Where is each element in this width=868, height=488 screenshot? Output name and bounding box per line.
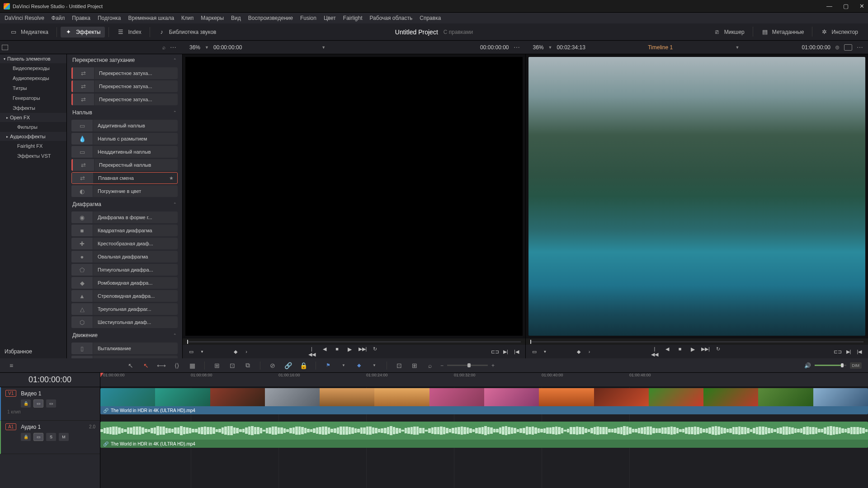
track-badge[interactable]: V1 — [5, 390, 16, 397]
fx-item[interactable]: ⬡Шестиугольная диаф... — [71, 316, 178, 328]
openfx-header[interactable]: ▸Open FX — [0, 113, 66, 122]
fx-item[interactable]: ■Квадратная диафрагма — [71, 225, 178, 236]
match-frame-icon[interactable]: ◆ — [231, 349, 240, 355]
speaker-icon[interactable]: 🔊 — [804, 362, 811, 369]
media-pool-toggle[interactable]: ▭Медиатека — [5, 27, 53, 38]
fx-item[interactable]: ⇄Перекрестное затуха... — [71, 94, 178, 105]
disable-track-icon[interactable]: ▭ — [46, 399, 56, 408]
fx-item[interactable]: 💧Наплыв с размытием — [71, 133, 178, 145]
bypass-icon[interactable]: ⊚ — [835, 44, 840, 51]
zoom-custom-icon[interactable]: ⌕ — [425, 362, 435, 369]
first-frame-icon[interactable]: |◀◀ — [651, 346, 659, 357]
first-frame-icon[interactable]: |◀◀ — [308, 346, 316, 357]
chain-icon[interactable]: 🔗 — [283, 362, 293, 369]
mark-in-icon[interactable]: ⊏⊐ — [834, 349, 842, 355]
more-icon[interactable]: ⋯ — [514, 44, 520, 51]
audio-track-header[interactable]: A1 Аудио 1 2.0 🔒 ▭ S M — [0, 421, 100, 454]
track-badge[interactable]: A1 — [5, 423, 16, 430]
timeline-view-icon[interactable]: ≡ — [6, 362, 16, 369]
fx-group-header[interactable]: Диафрагма⌃ — [67, 198, 182, 210]
maximize-icon[interactable]: ▢ — [843, 3, 849, 9]
category-item[interactable]: Fairlight FX — [0, 141, 66, 151]
menu-item[interactable]: DaVinci Resolve — [5, 15, 44, 21]
timecode-display[interactable]: 01:00:00:00 — [0, 373, 100, 387]
search-icon[interactable]: ⌕ — [162, 44, 165, 51]
match-frame-icon[interactable]: ◆ — [575, 349, 583, 355]
menu-item[interactable]: Файл — [52, 15, 65, 21]
favorites-section[interactable]: Избранное — [0, 345, 66, 358]
auto-select-icon[interactable]: ▭ — [33, 399, 43, 408]
flag-icon[interactable]: ⚑ — [323, 362, 333, 368]
next-frame-icon[interactable]: ▶▶| — [701, 346, 709, 357]
solo-button[interactable]: S — [46, 433, 56, 441]
panel-header[interactable]: ▾Панель элементов — [0, 54, 66, 63]
timeline-name[interactable]: Timeline 1 — [648, 44, 673, 51]
menu-item[interactable]: Рабочая область — [370, 15, 413, 21]
fx-item[interactable]: ⇄Перекрестное затуха... — [71, 67, 178, 79]
monitor-volume[interactable]: 🔊 DIM — [804, 362, 862, 369]
lock-icon[interactable]: 🔒 — [298, 362, 308, 369]
overwrite-icon[interactable]: ⊡ — [227, 362, 237, 369]
zoom-detail-icon[interactable]: ⊞ — [410, 362, 420, 369]
fx-item[interactable]: ●Овальная диафрагма — [71, 251, 178, 263]
mark-in-icon[interactable]: ⊏⊐ — [491, 349, 499, 355]
marker-icon[interactable]: ◆ — [354, 362, 364, 368]
mixer-toggle[interactable]: ⎚Микшер — [709, 27, 749, 38]
timeline-ruler[interactable]: 01:00:00:00 01:00:08:00 01:00:16:00 01:0… — [100, 373, 868, 387]
fx-group-header[interactable]: Движение⌃ — [67, 329, 182, 341]
program-scrubber[interactable] — [526, 338, 868, 345]
more-icon[interactable]: ⋯ — [857, 44, 863, 51]
fx-item[interactable]: ▯▯Раздвигающиеся двери — [71, 356, 178, 358]
fx-group-header[interactable]: Наплыв⌃ — [67, 107, 182, 118]
play-icon[interactable]: ▶ — [346, 346, 354, 357]
single-viewer-icon[interactable] — [844, 44, 852, 51]
program-zoom[interactable]: 36% — [533, 44, 544, 51]
audio-clip[interactable]: 🔗The World in HDR in 4K (ULTRA HD).mp4 — [100, 422, 868, 448]
program-canvas[interactable] — [528, 57, 866, 336]
menu-item[interactable]: Маркеры — [201, 15, 224, 21]
more-icon[interactable]: ⋯ — [170, 44, 177, 51]
lock-track-icon[interactable]: 🔒 — [21, 399, 31, 408]
fx-item[interactable]: ⇄Перекрестное затуха... — [71, 80, 178, 92]
fx-item[interactable]: ◆Ромбовидная диафра... — [71, 277, 178, 289]
fx-item[interactable]: ◐Погружение в цвет — [71, 185, 178, 197]
panel-toggle-icon[interactable] — [2, 45, 8, 50]
menu-item[interactable]: Временная шкала — [128, 15, 175, 21]
go-in-icon[interactable]: ▶| — [844, 349, 853, 355]
viewmode-icon[interactable]: ▭ — [187, 349, 195, 355]
mute-button[interactable]: M — [59, 433, 69, 441]
zoom-slider[interactable]: − + — [440, 362, 495, 369]
dim-button[interactable]: DIM — [850, 362, 862, 369]
prev-frame-icon[interactable]: ◀ — [663, 346, 671, 357]
trim-tool-icon[interactable]: ⟷ — [156, 362, 166, 369]
prev-frame-icon[interactable]: ◀ — [321, 346, 329, 357]
fx-item[interactable]: ▭Аддитивный наплыв — [71, 120, 178, 131]
index-toggle[interactable]: ☰Index — [113, 27, 146, 38]
chevron-down-icon[interactable]: ▼ — [205, 45, 209, 50]
viewmode-icon[interactable]: ▭ — [530, 349, 538, 355]
loop-icon[interactable]: ↻ — [371, 346, 379, 357]
effects-toggle[interactable]: ✦Эффекты — [61, 27, 105, 38]
category-item[interactable]: Видеопереходы — [0, 63, 66, 73]
sound-library-toggle[interactable]: ♪Библиотека звуков — [154, 27, 221, 38]
minimize-icon[interactable]: — — [826, 3, 832, 9]
lock-track-icon[interactable]: 🔒 — [21, 433, 31, 441]
selection-tool-icon[interactable]: ↖ — [141, 362, 151, 369]
chevron-down-icon[interactable]: ▼ — [541, 350, 549, 354]
category-item[interactable]: Эффекты — [0, 103, 66, 113]
go-out-icon[interactable]: |◀ — [855, 349, 863, 355]
audiofx-header[interactable]: ▸Аудиоэффекты — [0, 132, 66, 141]
inspector-toggle[interactable]: ✲Инспектор — [816, 27, 863, 38]
go-in-icon[interactable]: ▶| — [502, 349, 510, 355]
menu-item[interactable]: Fusion — [300, 15, 316, 21]
video-clip[interactable]: 🔗The World in HDR in 4K (ULTRA HD).mp4 — [100, 388, 868, 414]
next-frame-icon[interactable]: ▶▶| — [359, 346, 367, 357]
fx-item-selected[interactable]: ⇄Плавная смена★ — [71, 172, 178, 184]
category-item[interactable]: Фильтры — [0, 122, 66, 132]
track-clips-area[interactable]: 🔗The World in HDR in 4K (ULTRA HD).mp4 🔗… — [100, 387, 868, 488]
menu-item[interactable]: Клип — [181, 15, 193, 21]
chevron-down-icon[interactable]: ▼ — [548, 45, 552, 50]
chevron-down-icon[interactable]: ▼ — [735, 45, 739, 50]
fx-group-header[interactable]: Перекрестное затухание⌃ — [67, 54, 182, 66]
fx-item[interactable]: ⬠Пятиугольная диафра... — [71, 264, 178, 276]
